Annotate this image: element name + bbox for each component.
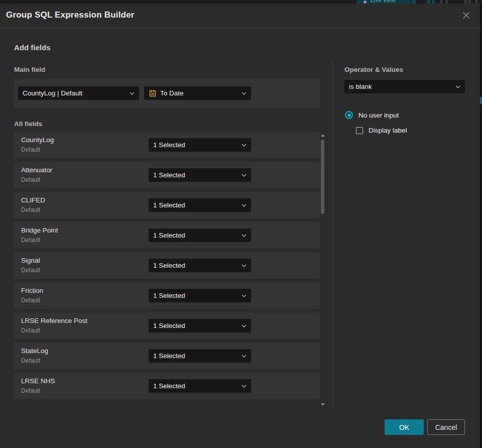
- live-view-button-fragment: Live view: [356, 0, 411, 4]
- chevron-down-icon: [242, 324, 247, 327]
- backdrop-app-strip: Live view: [0, 0, 482, 4]
- field-name: LRSE NHS: [21, 377, 55, 385]
- chevron-down-icon: [242, 174, 247, 177]
- field-subtitle: Default: [21, 176, 40, 183]
- field-row: Bridge Point Default 1 Selected: [14, 222, 320, 249]
- operator-values-label: Operator & Values: [344, 66, 403, 73]
- field-row: Friction Default 1 Selected: [14, 282, 320, 309]
- field-selection-value: 1 Selected: [153, 201, 238, 209]
- operator-dropdown[interactable]: is blank: [344, 80, 465, 93]
- field-subtitle: Default: [21, 206, 40, 213]
- scroll-down-arrow-icon[interactable]: [321, 403, 325, 406]
- field-name: Friction: [21, 287, 43, 294]
- field-selection-dropdown[interactable]: 1 Selected: [149, 138, 251, 152]
- field-row: StateLog Default 1 Selected: [14, 343, 320, 369]
- column-divider: [332, 61, 333, 408]
- no-user-input-radio[interactable]: No user input: [345, 111, 399, 119]
- scroll-up-arrow-icon[interactable]: [321, 134, 325, 137]
- field-selection-value: 1 Selected: [153, 262, 238, 269]
- chevron-down-icon: [455, 85, 460, 88]
- ok-button[interactable]: OK: [385, 419, 424, 435]
- field-subtitle: Default: [21, 327, 40, 334]
- no-user-input-label: No user input: [358, 111, 399, 119]
- dialog-header: Group SQL Expression Builder: [0, 4, 480, 28]
- field-selection-value: 1 Selected: [153, 141, 238, 149]
- field-selection-dropdown[interactable]: 1 Selected: [149, 319, 251, 332]
- scrollbar-thumb[interactable]: [321, 140, 324, 214]
- field-subtitle: Default: [21, 357, 40, 364]
- chevron-down-icon: [242, 294, 247, 297]
- chevron-down-icon: [242, 385, 247, 388]
- close-button[interactable]: [458, 8, 474, 24]
- field-selection-dropdown[interactable]: 1 Selected: [149, 379, 251, 393]
- field-selection-value: 1 Selected: [153, 322, 238, 329]
- add-fields-heading: Add fields: [14, 43, 51, 52]
- field-selection-dropdown[interactable]: 1 Selected: [149, 349, 251, 363]
- main-field-dropdown[interactable]: CountyLog | Default: [18, 86, 139, 100]
- field-selection-dropdown[interactable]: 1 Selected: [149, 229, 251, 242]
- main-field-label: Main field: [14, 66, 45, 73]
- dialog-title: Group SQL Expression Builder: [6, 10, 135, 20]
- checkbox-unchecked-icon: [356, 127, 363, 134]
- field-name: LRSE Reference Post: [21, 317, 87, 324]
- field-subtitle: Default: [21, 146, 40, 153]
- toolbar-icon-fragment: [432, 0, 435, 4]
- live-view-label: Live view: [371, 0, 395, 4]
- operator-dropdown-value: is blank: [349, 83, 452, 90]
- group-sql-expression-builder-dialog: Group SQL Expression Builder Add fields …: [0, 4, 480, 448]
- field-subtitle: Default: [21, 267, 40, 274]
- backdrop-scroll-highlight: [480, 97, 482, 104]
- field-selection-value: 1 Selected: [153, 352, 238, 360]
- field-subtitle: Default: [21, 297, 40, 304]
- field-selection-dropdown[interactable]: 1 Selected: [149, 198, 251, 212]
- toolbar-icon-fragment: [475, 0, 477, 4]
- field-name: StateLog: [21, 347, 48, 355]
- main-field-type-dropdown[interactable]: To Date: [144, 86, 251, 100]
- toolbar-icon-fragment: [440, 0, 442, 4]
- radio-selected-icon: [345, 111, 353, 119]
- chevron-down-icon: [242, 92, 247, 95]
- field-subtitle: Default: [21, 387, 40, 394]
- chevron-down-icon: [242, 144, 247, 147]
- display-label-label: Display label: [369, 127, 407, 134]
- chevron-down-icon: [242, 204, 247, 207]
- cancel-button[interactable]: Cancel: [427, 419, 465, 435]
- field-row: LRSE Reference Post Default 1 Selected: [14, 312, 320, 339]
- field-selection-value: 1 Selected: [153, 232, 238, 239]
- toolbar-icon-fragment: [464, 0, 467, 4]
- close-icon: [462, 12, 470, 21]
- field-selection-dropdown[interactable]: 1 Selected: [149, 168, 251, 182]
- field-selection-value: 1 Selected: [153, 171, 238, 179]
- field-row: LRSE NHS Default 1 Selected: [14, 373, 320, 399]
- field-subtitle: Default: [21, 237, 40, 244]
- field-row: CLIFED Default 1 Selected: [14, 192, 320, 218]
- chevron-down-icon: [242, 234, 247, 237]
- field-name: Attenuator: [21, 166, 52, 174]
- field-name: Signal: [21, 257, 40, 264]
- toolbar-icon-fragment: [468, 0, 470, 4]
- main-field-dropdown-value: CountyLog | Default: [23, 89, 126, 97]
- field-name: Bridge Point: [21, 227, 58, 234]
- field-selection-value: 1 Selected: [153, 292, 238, 299]
- field-name: CLIFED: [21, 196, 45, 204]
- field-selection-dropdown[interactable]: 1 Selected: [149, 289, 251, 302]
- toolbar-icon-fragment: [446, 0, 448, 4]
- field-selection-dropdown[interactable]: 1 Selected: [149, 259, 251, 272]
- chevron-down-icon: [242, 264, 247, 267]
- chevron-down-icon: [242, 355, 247, 358]
- all-fields-list: CountyLog Default 1 Selected Attenuator …: [14, 132, 320, 403]
- fields-list-scrollbar[interactable]: [320, 133, 325, 407]
- field-row: Attenuator Default 1 Selected: [14, 162, 320, 188]
- main-field-panel: CountyLog | Default To Date: [14, 79, 320, 107]
- field-name: CountyLog: [21, 136, 54, 144]
- toolbar-icon-fragment: [412, 0, 416, 4]
- field-selection-value: 1 Selected: [153, 382, 238, 390]
- chevron-down-icon: [130, 92, 135, 95]
- display-label-checkbox[interactable]: Display label: [356, 127, 407, 134]
- field-row: CountyLog Default 1 Selected: [14, 132, 320, 158]
- backdrop-right-strip: [480, 4, 482, 448]
- main-field-type-dropdown-value: To Date: [160, 89, 238, 97]
- all-fields-label: All fields: [14, 120, 42, 128]
- field-row: Signal Default 1 Selected: [14, 252, 320, 279]
- toolbar-icon-fragment: [427, 0, 430, 4]
